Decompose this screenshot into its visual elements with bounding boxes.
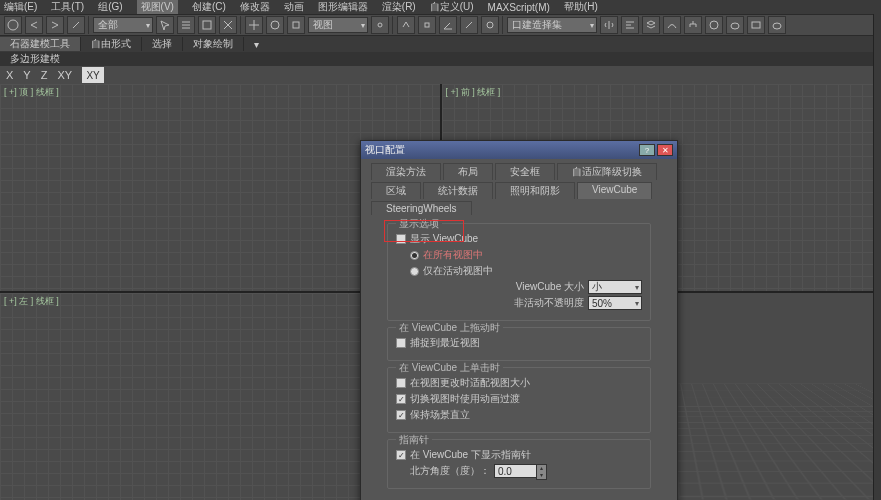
- percent-icon: [463, 19, 475, 31]
- show-viewcube-checkbox[interactable]: [396, 234, 406, 244]
- group-click-legend: 在 ViewCube 上单击时: [396, 361, 503, 375]
- menu-tools[interactable]: 工具(T): [51, 0, 84, 14]
- group-drag: 在 ViewCube 上拖动时 捕捉到最近视图: [387, 327, 651, 361]
- tab-viewcube[interactable]: ViewCube: [577, 182, 652, 199]
- help-button[interactable]: ?: [639, 144, 655, 156]
- fit-view-checkbox[interactable]: [396, 378, 406, 388]
- svg-rect-1: [203, 21, 211, 29]
- ribbon-expand-icon[interactable]: ▾: [254, 39, 259, 50]
- all-views-radio[interactable]: [410, 251, 419, 260]
- link-button[interactable]: [67, 16, 85, 34]
- menu-customize[interactable]: 自定义(U): [430, 0, 474, 14]
- menu-animation[interactable]: 动画: [284, 0, 304, 14]
- ref-coord-select[interactable]: 视图: [308, 17, 368, 33]
- group-click: 在 ViewCube 上单击时 在视图更改时适配视图大小 ✓ 切换视图时使用动画…: [387, 367, 651, 433]
- opacity-select[interactable]: 50%: [588, 296, 642, 310]
- menu-group[interactable]: 组(G): [98, 0, 122, 14]
- mirror-button[interactable]: [600, 16, 618, 34]
- material-button[interactable]: [705, 16, 723, 34]
- show-compass-label: 在 ViewCube 下显示指南针: [410, 448, 531, 462]
- snap-icon: [421, 19, 433, 31]
- dialog-title: 视口配置: [365, 143, 405, 157]
- tab-steeringwheels[interactable]: SteeringWheels: [371, 201, 472, 215]
- tab-layout[interactable]: 布局: [443, 163, 493, 180]
- move-button[interactable]: [245, 16, 263, 34]
- group-display-legend: 显示选项: [396, 217, 442, 231]
- menu-render[interactable]: 渲染(R): [382, 0, 416, 14]
- command-panel[interactable]: [873, 14, 881, 500]
- viewcube-size-select[interactable]: 小: [588, 280, 642, 294]
- pivot-icon: [374, 19, 386, 31]
- dialog-titlebar[interactable]: 视口配置 ? ✕: [361, 141, 677, 159]
- tab-statistics[interactable]: 统计数据: [423, 182, 493, 199]
- align-button[interactable]: [621, 16, 639, 34]
- axis-y-button[interactable]: Y: [23, 69, 30, 81]
- ribbon-tab-selection[interactable]: 选择: [142, 37, 183, 51]
- svg-point-6: [487, 22, 493, 28]
- undo-button[interactable]: [25, 16, 43, 34]
- svg-point-2: [271, 21, 279, 29]
- curve-editor-button[interactable]: [663, 16, 681, 34]
- select-button[interactable]: [156, 16, 174, 34]
- tab-render-method[interactable]: 渲染方法: [371, 163, 441, 180]
- upright-label: 保持场景直立: [410, 408, 470, 422]
- all-views-label: 在所有视图中: [423, 248, 483, 262]
- viewport-top-label[interactable]: [ +] 顶 ] 线框 ]: [4, 86, 59, 99]
- snap-nearest-checkbox[interactable]: [396, 338, 406, 348]
- curve-icon: [666, 19, 678, 31]
- north-angle-spinner[interactable]: 0.0: [494, 464, 538, 478]
- tab-regions[interactable]: 区域: [371, 182, 421, 199]
- align-icon: [624, 19, 636, 31]
- menu-edit[interactable]: 编辑(E): [4, 0, 37, 14]
- manipulate-button[interactable]: [397, 16, 415, 34]
- viewport-front-label[interactable]: [ +] 前 ] 线框 ]: [446, 86, 501, 99]
- redo-button[interactable]: [46, 16, 64, 34]
- schematic-button[interactable]: [684, 16, 702, 34]
- axis-z-button[interactable]: Z: [41, 69, 48, 81]
- viewport-left-label[interactable]: [ +] 左 ] 线框 ]: [4, 295, 59, 308]
- percent-snap-button[interactable]: [460, 16, 478, 34]
- axis-x-button[interactable]: X: [6, 69, 13, 81]
- tab-lighting[interactable]: 照明和阴影: [495, 182, 575, 199]
- pivot-button[interactable]: [371, 16, 389, 34]
- menu-modifiers[interactable]: 修改器: [240, 0, 270, 14]
- animate-checkbox[interactable]: ✓: [396, 394, 406, 404]
- window-crossing-button[interactable]: [219, 16, 237, 34]
- show-compass-checkbox[interactable]: ✓: [396, 450, 406, 460]
- upright-checkbox[interactable]: ✓: [396, 410, 406, 420]
- link-icon: [70, 19, 82, 31]
- snap-nearest-label: 捕捉到最近视图: [410, 336, 480, 350]
- ribbon-tab-objectpaint[interactable]: 对象绘制: [183, 37, 244, 51]
- render-setup-button[interactable]: [726, 16, 744, 34]
- snap-button[interactable]: [418, 16, 436, 34]
- close-button[interactable]: ✕: [657, 144, 673, 156]
- tab-safeframe[interactable]: 安全框: [495, 163, 555, 180]
- menu-view[interactable]: 视图(V): [137, 0, 178, 14]
- menu-maxscript[interactable]: MAXScript(M): [488, 2, 550, 13]
- menu-grapheditors[interactable]: 图形编辑器: [318, 0, 368, 14]
- layers-button[interactable]: [642, 16, 660, 34]
- rotate-button[interactable]: [266, 16, 284, 34]
- tab-adaptive[interactable]: 自适应降级切换: [557, 163, 657, 180]
- menu-create[interactable]: 创建(C): [192, 0, 226, 14]
- angle-snap-button[interactable]: [439, 16, 457, 34]
- select-name-button[interactable]: [177, 16, 195, 34]
- render-button[interactable]: [768, 16, 786, 34]
- render-frame-button[interactable]: [747, 16, 765, 34]
- app-icon[interactable]: [4, 16, 22, 34]
- sphere-icon: [708, 19, 720, 31]
- ribbon-tab-modeling[interactable]: 石器建模工具: [0, 37, 81, 51]
- ribbon-tab-freeform[interactable]: 自由形式: [81, 37, 142, 51]
- north-angle-label: 北方角度（度）：: [410, 464, 490, 478]
- axis-xy-plane-button[interactable]: XY: [82, 67, 104, 83]
- rect-icon: [201, 19, 213, 31]
- move-icon: [248, 19, 260, 31]
- axis-xy-button[interactable]: XY: [57, 69, 72, 81]
- spinner-snap-button[interactable]: [481, 16, 499, 34]
- scale-button[interactable]: [287, 16, 305, 34]
- active-view-radio[interactable]: [410, 267, 419, 276]
- selection-filter-select[interactable]: 全部: [93, 17, 153, 33]
- menu-help[interactable]: 帮助(H): [564, 0, 598, 14]
- select-region-button[interactable]: [198, 16, 216, 34]
- named-selection-set-select[interactable]: 口建造择集: [507, 17, 597, 33]
